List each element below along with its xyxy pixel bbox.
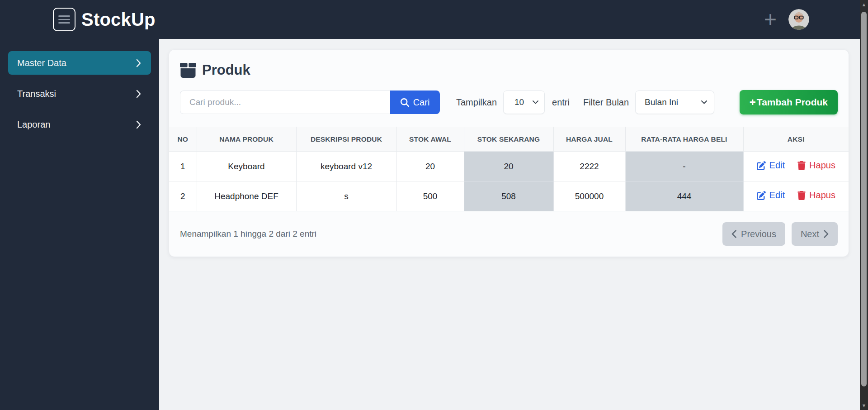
produk-card: Produk Cari Tampilkan 10 entri F <box>169 50 849 257</box>
cell-no: 2 <box>169 181 197 211</box>
edit-label: Edit <box>769 160 785 171</box>
cell-stok-awal: 500 <box>396 181 464 211</box>
chevron-right-icon <box>824 230 829 238</box>
column-header: RATA-RATA HARGA BELI <box>625 127 743 152</box>
topbar: StockUp + <box>0 0 860 39</box>
delete-button[interactable]: Hapus <box>797 190 835 200</box>
plus-icon[interactable]: + <box>764 10 777 29</box>
chevron-right-icon <box>136 120 141 129</box>
table-body: 1Keyboardkeyboard v1220202222-EditHapus2… <box>169 152 849 211</box>
cell-harga-jual: 500000 <box>553 181 625 211</box>
topbar-right: + <box>764 9 809 30</box>
cell-aksi: EditHapus <box>743 152 849 181</box>
card-header: Produk <box>169 50 849 78</box>
chevron-right-icon <box>136 90 141 98</box>
scroll-down-icon[interactable]: ▼ <box>860 403 868 408</box>
delete-label: Hapus <box>809 190 835 200</box>
page-size-select[interactable]: 10 <box>503 91 545 114</box>
hamburger-menu-button[interactable] <box>53 8 75 31</box>
column-header: NAMA PRODUK <box>197 127 296 152</box>
search-icon <box>401 98 409 107</box>
cell-stok-awal: 20 <box>396 152 464 181</box>
table-row: 1Keyboardkeyboard v1220202222-EditHapus <box>169 152 849 181</box>
sidebar-item-label: Transaksi <box>17 89 56 99</box>
page-title: Produk <box>202 62 250 78</box>
edit-button[interactable]: Edit <box>757 190 785 200</box>
page-size-value: 10 <box>514 97 524 107</box>
column-header: STOK AWAL <box>396 127 464 152</box>
pagination-summary: Menampilkan 1 hingga 2 dari 2 entri <box>180 229 316 239</box>
scrollbar-thumb[interactable] <box>861 12 867 386</box>
search-button-label: Cari <box>413 97 430 108</box>
scroll-up-icon[interactable]: ▲ <box>860 2 868 7</box>
search-group: Cari <box>180 91 440 114</box>
chevron-right-icon <box>136 59 141 67</box>
cell-nama-produk: Headphone DEF <box>197 181 296 211</box>
cell-deskripsi-produk: keyboard v12 <box>296 152 396 181</box>
chevron-down-icon <box>533 100 538 104</box>
table-header-row: NONAMA PRODUKDESKRIPSI PRODUKSTOK AWALST… <box>169 127 849 152</box>
previous-button[interactable]: Previous <box>722 222 785 246</box>
add-product-label: Tambah Produk <box>757 97 828 108</box>
user-avatar[interactable] <box>788 9 809 30</box>
avatar-image <box>788 9 809 30</box>
sidebar-item-laporan[interactable]: Laporan <box>8 113 151 136</box>
sidebar: Master DataTransaksiLaporan <box>0 39 159 410</box>
show-label: Tampilkan <box>456 97 497 108</box>
controls-row: Cari Tampilkan 10 entri Filter Bulan Bul… <box>169 78 849 114</box>
card-footer: Menampilkan 1 hingga 2 dari 2 entri Prev… <box>169 211 849 257</box>
column-header: NO <box>169 127 197 152</box>
chevron-down-icon <box>701 100 707 104</box>
column-header: AKSI <box>743 127 849 152</box>
add-product-button[interactable]: + Tambah Produk <box>740 90 838 114</box>
cell-stok-sekarang: 508 <box>464 181 553 211</box>
edit-icon <box>757 161 766 170</box>
chevron-left-icon <box>731 230 736 238</box>
cell-harga-jual: 2222 <box>553 152 625 181</box>
pagination: Previous Next <box>722 222 838 246</box>
sidebar-item-master-data[interactable]: Master Data <box>8 51 151 75</box>
table-wrap: NONAMA PRODUKDESKRIPSI PRODUKSTOK AWALST… <box>169 127 849 211</box>
next-label: Next <box>801 229 819 239</box>
filter-label: Filter Bulan <box>583 97 629 108</box>
app-logo: StockUp <box>81 10 156 30</box>
page-scrollbar[interactable]: ▲ ▼ <box>860 0 868 410</box>
main-content: Produk Cari Tampilkan 10 entri F <box>159 39 860 410</box>
month-filter-value: Bulan Ini <box>645 97 678 107</box>
trash-icon <box>797 191 806 200</box>
search-input[interactable] <box>180 91 390 114</box>
next-button[interactable]: Next <box>792 222 838 246</box>
sidebar-item-label: Master Data <box>17 58 66 68</box>
delete-button[interactable]: Hapus <box>797 160 835 171</box>
trash-icon <box>797 161 806 170</box>
product-table: NONAMA PRODUKDESKRIPSI PRODUKSTOK AWALST… <box>169 127 849 211</box>
sidebar-item-transaksi[interactable]: Transaksi <box>8 82 151 105</box>
edit-button[interactable]: Edit <box>757 160 785 171</box>
cell-deskripsi-produk: s <box>296 181 396 211</box>
hamburger-icon <box>58 15 70 17</box>
cell-rata-rata-harga-beli: 444 <box>625 181 743 211</box>
edit-label: Edit <box>769 190 785 200</box>
box-icon <box>180 63 196 78</box>
plus-icon: + <box>750 96 756 109</box>
previous-label: Previous <box>741 229 776 239</box>
cell-no: 1 <box>169 152 197 181</box>
cell-stok-sekarang: 20 <box>464 152 553 181</box>
entri-label: entri <box>552 97 570 108</box>
column-header: HARGA JUAL <box>553 127 625 152</box>
cell-rata-rata-harga-beli: - <box>625 152 743 181</box>
edit-icon <box>757 191 766 200</box>
cell-nama-produk: Keyboard <box>197 152 296 181</box>
column-header: STOK SEKARANG <box>464 127 553 152</box>
table-row: 2Headphone DEFs500508500000444EditHapus <box>169 181 849 211</box>
column-header: DESKRIPSI PRODUK <box>296 127 396 152</box>
delete-label: Hapus <box>809 160 835 171</box>
cell-aksi: EditHapus <box>743 181 849 211</box>
sidebar-item-label: Laporan <box>17 119 50 130</box>
search-button[interactable]: Cari <box>390 91 440 114</box>
month-filter-select[interactable]: Bulan Ini <box>635 91 714 114</box>
